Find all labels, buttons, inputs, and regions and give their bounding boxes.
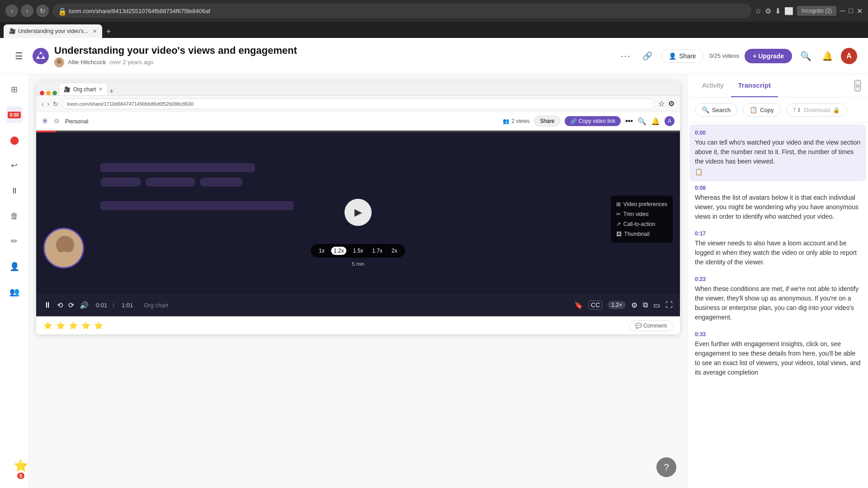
embedded-tab-close[interactable]: ✕ (99, 86, 103, 92)
address-bar[interactable]: 🔒 loom.com/share/8413d25510764fb88734f67… (52, 4, 751, 18)
forward-button[interactable]: › (21, 5, 33, 17)
speed-1-5x[interactable]: 1.5x (350, 247, 366, 255)
back-sidebar-icon[interactable]: ↩ (6, 157, 23, 174)
reaction-star-2[interactable]: ⭐ (56, 321, 65, 330)
timestamp-2[interactable]: 0:17 (695, 230, 861, 237)
recording-badge-wrap: 0:00 (6, 107, 23, 123)
copy-transcript-button[interactable]: 📋 Copy (743, 103, 780, 117)
window-close-icon[interactable]: ✕ (857, 7, 863, 15)
embedded-tab[interactable]: 🎥 Org chart ✕ (59, 83, 108, 95)
window-maximize-icon[interactable]: □ (849, 7, 853, 15)
embedded-address-bar: ‹ › ↻ ☆ ⚙ (36, 96, 680, 112)
speed-1x[interactable]: 1x (316, 247, 327, 255)
share-button[interactable]: 👤 Share (661, 49, 703, 63)
star-icon: ⭐ (14, 459, 28, 473)
record-sidebar-icon[interactable]: ⬤ (6, 132, 23, 148)
page: ☰ Understanding your video's views and e… (0, 38, 868, 488)
active-tab[interactable]: 🎥 Understanding your video's... ✕ (4, 24, 102, 38)
refresh-button[interactable]: ↻ (36, 5, 49, 17)
pip-button[interactable]: ⧉ (643, 301, 648, 309)
embedded-forward-btn[interactable]: › (47, 100, 50, 108)
reaction-star-4[interactable]: ⭐ (81, 321, 90, 330)
svg-point-4 (56, 236, 74, 254)
volume-button[interactable]: 🔊 (80, 301, 89, 310)
transcript-toolbar: 🔍 Search 📋 Copy T⬇ Download 🔒 (688, 98, 868, 122)
tab-transcript[interactable]: Transcript (731, 74, 778, 97)
embedded-user-avatar[interactable]: A (665, 116, 675, 126)
embedded-tab-title: Org chart (73, 86, 96, 93)
recording-badge[interactable]: 0:00 (8, 112, 20, 118)
embedded-copy-button[interactable]: 🔗 Copy video link (565, 116, 621, 126)
embedded-share-button[interactable]: Share (534, 116, 560, 127)
embedded-ext-icon[interactable]: ⚙ (668, 99, 675, 108)
page-title: Understanding your video's views and eng… (54, 45, 612, 56)
menu-button[interactable]: ☰ (11, 48, 27, 64)
search-button[interactable]: 🔍 (797, 48, 814, 64)
upgrade-button[interactable]: + Upgrade (745, 49, 792, 63)
embedded-url-input[interactable] (62, 99, 655, 109)
search-transcript-button[interactable]: 🔍 Search (695, 103, 737, 117)
embedded-back-btn[interactable]: ‹ (42, 100, 44, 108)
reaction-star-5[interactable]: ⭐ (94, 321, 103, 330)
user-avatar-button[interactable]: A (841, 48, 857, 64)
timestamp-4[interactable]: 0:33 (695, 331, 861, 338)
play-button[interactable]: ▶ (344, 199, 372, 226)
timestamp-1[interactable]: 0:08 (695, 185, 861, 191)
timestamp-0[interactable]: 0:00 (695, 130, 861, 136)
time-separator: / (113, 302, 114, 309)
reaction-star-1[interactable]: ⭐ (43, 321, 52, 330)
incognito-button[interactable]: Incognito (2) (797, 6, 836, 16)
fullscreen-button[interactable]: ⛶ (665, 301, 673, 309)
tab-close-button[interactable]: ✕ (93, 28, 97, 34)
back-button[interactable]: ‹ (5, 5, 18, 17)
duration-label: 5 min (352, 261, 364, 267)
browser-actions: ☆ ⚙ ⬇ ⬜ Incognito (2) ─ □ ✕ (755, 6, 863, 16)
transcript-copy-icon-0[interactable]: 📋 (695, 168, 703, 175)
embedded-search-icon[interactable]: 🔍 (637, 117, 646, 126)
cc-button[interactable]: CC (589, 300, 602, 310)
pause-sidebar-icon[interactable]: ⏸ (6, 183, 23, 199)
theater-button[interactable]: ▭ (653, 301, 660, 310)
help-button[interactable]: ? (656, 457, 676, 477)
right-panel: Activity Transcript » 🔍 Search 📋 Copy T⬇… (687, 74, 868, 488)
rewind-button[interactable]: ⟲ (57, 301, 63, 310)
embedded-bell-icon[interactable]: 🔔 (651, 117, 660, 126)
more-options-button[interactable]: ··· (618, 48, 634, 64)
title-block: Understanding your video's views and eng… (54, 45, 612, 67)
star-badge[interactable]: ⭐ 5 (14, 459, 28, 479)
panel-expand-button[interactable]: » (854, 80, 861, 91)
reaction-star-3[interactable]: ⭐ (69, 321, 78, 330)
transcript-text-2: The viewer needs to also have a loom acc… (695, 239, 861, 267)
bookmark-button[interactable]: 🔖 (574, 301, 583, 310)
edit-sidebar-icon[interactable]: ✏ (6, 233, 23, 249)
trash-sidebar-icon[interactable]: 🗑 (6, 208, 23, 224)
speed-2x[interactable]: 2x (389, 247, 400, 255)
settings-button[interactable]: ⚙ (631, 301, 637, 310)
new-tab-button[interactable]: + (102, 25, 115, 38)
embedded-new-tab[interactable]: + (109, 87, 113, 95)
notifications-button[interactable]: 🔔 (819, 48, 835, 64)
browser-controls: ‹ › ↻ (5, 5, 49, 17)
home-sidebar-icon[interactable]: ⊞ (6, 81, 23, 98)
speed-1-2x[interactable]: 1.2x (331, 247, 347, 255)
person-sidebar-icon[interactable]: 👤 (6, 258, 23, 275)
comment-button[interactable]: 💬 Comment (629, 320, 673, 331)
speed-1-7x[interactable]: 1.7x (369, 247, 385, 255)
link-copy-button[interactable]: 🔗 (639, 48, 656, 64)
progress-bar[interactable] (36, 131, 680, 132)
extensions-icon[interactable]: ⚙ (765, 7, 771, 15)
tab-activity[interactable]: Activity (695, 74, 731, 97)
speed-control-button[interactable]: 1.2× (608, 301, 626, 309)
embedded-star-icon[interactable]: ☆ (658, 99, 665, 108)
window-minimize-icon[interactable]: ─ (840, 7, 845, 15)
timestamp-3[interactable]: 0:23 (695, 276, 861, 282)
forward-button-ctrl[interactable]: ⟳ (68, 301, 74, 310)
persons-sidebar-icon[interactable]: 👥 (6, 284, 23, 300)
download-icon[interactable]: ⬇ (775, 7, 781, 15)
bookmark-icon[interactable]: ☆ (755, 7, 761, 15)
pause-button[interactable]: ⏸ (43, 300, 52, 310)
progress-bar-fill (36, 131, 56, 132)
embedded-refresh-btn[interactable]: ↻ (53, 100, 58, 108)
embedded-more-btn[interactable]: ••• (625, 117, 633, 125)
sidebar-icon[interactable]: ⬜ (784, 7, 793, 15)
